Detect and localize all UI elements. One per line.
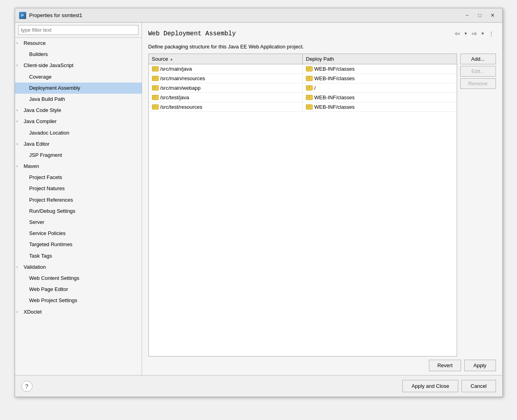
sidebar-item-project-references[interactable]: Project References	[15, 195, 142, 206]
folder-icon	[306, 66, 312, 71]
chevron-icon: ›	[17, 40, 21, 46]
source-path: /src/main/java	[160, 66, 192, 72]
sidebar-item-maven[interactable]: ›Maven	[15, 161, 142, 172]
sidebar-item-run-debug-settings[interactable]: Run/Debug Settings	[15, 206, 142, 217]
sidebar-item-label: Java Compiler	[24, 118, 57, 125]
cancel-button[interactable]: Cancel	[461, 380, 496, 392]
apply-close-button[interactable]: Apply and Close	[402, 380, 458, 392]
assembly-container: Source ▲ Deploy Path /src/main/javaWEB-I…	[148, 54, 496, 356]
column-source-label: Source	[152, 56, 168, 62]
sidebar-item-coverage[interactable]: Coverage	[15, 71, 142, 83]
sidebar-item-server[interactable]: Server	[15, 217, 142, 228]
app-icon: P	[19, 12, 26, 19]
more-options-icon[interactable]: ⋮	[486, 29, 496, 38]
search-input[interactable]	[18, 25, 138, 35]
minimize-button[interactable]: −	[462, 11, 473, 20]
sidebar-item-label: Deployment Assembly	[29, 85, 81, 92]
folder-icon	[306, 95, 312, 100]
sidebar-item-xdoclet[interactable]: ›XDoclet	[15, 306, 142, 318]
sidebar-item-label: XDoclet	[24, 308, 42, 316]
sidebar-item-javadoc-location[interactable]: Javadoc Location	[15, 127, 142, 139]
sidebar-item-label: Maven	[24, 163, 39, 170]
folder-icon	[306, 76, 312, 81]
table-header: Source ▲ Deploy Path	[149, 54, 457, 64]
table-row[interactable]: /src/test/javaWEB-INF/classes	[149, 93, 457, 102]
edit-button[interactable]: Edit...	[460, 66, 496, 77]
sidebar-item-java-editor[interactable]: ›Java Editor	[15, 139, 142, 150]
panel-description: Define packaging structure for this Java…	[148, 44, 496, 50]
main-content: ›ResourceBuilders›Client-side JavaScript…	[15, 23, 502, 375]
source-path: /src/main/webapp	[160, 85, 201, 91]
table-cell-deploy: WEB-INF/classes	[303, 93, 457, 102]
bottom-buttons-row: Revert Apply	[148, 360, 496, 371]
sidebar-item-web-page-editor[interactable]: Web Page Editor	[15, 284, 142, 295]
chevron-icon: ›	[17, 309, 21, 315]
sidebar-item-resource[interactable]: ›Resource	[15, 38, 142, 49]
title-controls: − □ ✕	[462, 11, 498, 20]
table-cell-source: /src/main/webapp	[149, 83, 303, 92]
chevron-icon: ›	[17, 264, 21, 270]
table-cell-deploy: /	[303, 83, 457, 92]
chevron-icon: ›	[17, 63, 21, 68]
help-button[interactable]: ?	[21, 381, 33, 392]
sidebar-item-label: Resource	[24, 40, 46, 47]
panel-title: Web Deployment Assembly	[148, 30, 236, 37]
sidebar-item-label: Targeted Runtimes	[29, 241, 73, 248]
back-dropdown[interactable]: ▼	[463, 30, 469, 37]
sidebar-item-deployment-assembly[interactable]: Deployment Assembly	[15, 83, 142, 94]
sidebar-item-builders[interactable]: Builders	[15, 49, 142, 60]
sidebar: ›ResourceBuilders›Client-side JavaScript…	[15, 23, 142, 375]
chevron-icon: ›	[17, 108, 21, 113]
sidebar-item-jsp-fragment[interactable]: JSP Fragment	[15, 150, 142, 161]
source-path: /src/test/java	[160, 94, 189, 100]
table-body: /src/main/javaWEB-INF/classes/src/main/r…	[149, 64, 457, 356]
sidebar-item-label: Builders	[29, 51, 48, 58]
sidebar-item-label: JSP Fragment	[29, 152, 62, 159]
table-row[interactable]: /src/main/resourcesWEB-INF/classes	[149, 74, 457, 83]
sidebar-item-java-build-path[interactable]: Java Build Path	[15, 94, 142, 105]
deploy-path: /	[314, 85, 316, 91]
sidebar-item-task-tags[interactable]: Task Tags	[15, 250, 142, 262]
sidebar-item-label: Java Build Path	[29, 96, 65, 103]
table-cell-source: /src/test/resources	[149, 102, 303, 112]
sort-arrow: ▲	[170, 57, 173, 61]
table-row[interactable]: /src/test/resourcesWEB-INF/classes	[149, 102, 457, 112]
add-button[interactable]: Add...	[460, 54, 496, 64]
sidebar-item-targeted-runtimes[interactable]: Targeted Runtimes	[15, 239, 142, 250]
apply-button[interactable]: Apply	[464, 360, 496, 371]
window-title: Properties for ssmtest1	[29, 12, 83, 18]
sidebar-item-java-code-style[interactable]: ›Java Code Style	[15, 105, 142, 116]
right-panel: Web Deployment Assembly ⇦ ▼ ⇨ ▼ ⋮ Define…	[142, 23, 502, 375]
properties-window: P Properties for ssmtest1 − □ ✕ ›Resourc…	[15, 8, 503, 397]
close-button[interactable]: ✕	[487, 11, 498, 20]
panel-header: Web Deployment Assembly ⇦ ▼ ⇨ ▼ ⋮	[148, 28, 496, 39]
panel-toolbar: ⇦ ▼ ⇨ ▼ ⋮	[452, 28, 496, 39]
sidebar-item-web-project-settings[interactable]: Web Project Settings	[15, 295, 142, 306]
sidebar-item-label: Web Page Editor	[29, 286, 68, 293]
sidebar-item-web-content-settings[interactable]: Web Content Settings	[15, 273, 142, 284]
forward-button[interactable]: ⇨	[469, 28, 479, 39]
chevron-icon: ›	[17, 141, 21, 147]
filter-box	[15, 23, 142, 38]
table-row[interactable]: /src/main/javaWEB-INF/classes	[149, 64, 457, 74]
sidebar-item-project-facets[interactable]: Project Facets	[15, 172, 142, 183]
remove-button[interactable]: Remove	[460, 78, 496, 89]
sidebar-item-project-natures[interactable]: Project Natures	[15, 183, 142, 194]
source-path: /src/test/resources	[160, 104, 202, 110]
sidebar-item-validation[interactable]: ›Validation	[15, 262, 142, 273]
back-button[interactable]: ⇦	[452, 28, 462, 39]
table-row[interactable]: /src/main/webapp/	[149, 83, 457, 93]
maximize-button[interactable]: □	[475, 11, 486, 20]
table-cell-deploy: WEB-INF/classes	[303, 64, 457, 73]
chevron-icon: ›	[17, 164, 21, 169]
forward-dropdown[interactable]: ▼	[480, 30, 486, 37]
sidebar-item-label: Web Content Settings	[29, 275, 79, 282]
sidebar-item-service-policies[interactable]: Service Policies	[15, 228, 142, 239]
column-source: Source ▲	[149, 54, 303, 64]
sidebar-item-label: Run/Debug Settings	[29, 208, 75, 215]
folder-icon	[152, 85, 158, 91]
sidebar-item-label: Project Facets	[29, 174, 62, 181]
sidebar-item-java-compiler[interactable]: ›Java Compiler	[15, 116, 142, 127]
sidebar-item-client-side-js[interactable]: ›Client-side JavaScript	[15, 60, 142, 71]
revert-button[interactable]: Revert	[429, 360, 461, 371]
